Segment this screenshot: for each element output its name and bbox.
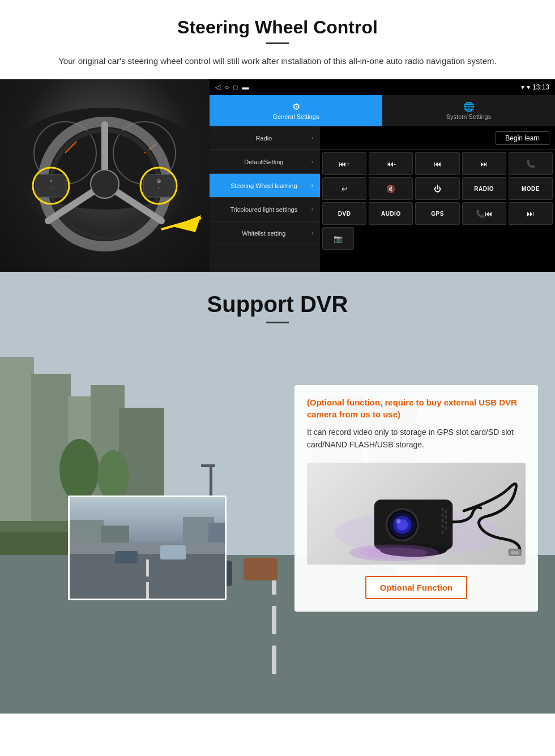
btn-next-track[interactable]: ⏭ (462, 152, 506, 175)
svg-rect-77 (445, 515, 447, 519)
btn-audio[interactable]: AUDIO (369, 202, 413, 225)
svg-rect-73 (442, 519, 444, 523)
tab-system-label: System Settings (446, 113, 491, 120)
menu-default-label: DefaultSetting (216, 159, 311, 165)
svg-rect-75 (442, 530, 444, 533)
begin-learn-row: Begin learn (320, 126, 555, 150)
dvr-title: Support DVR (11, 292, 544, 317)
tab-system-settings[interactable]: 🌐 System Settings (382, 95, 555, 126)
svg-rect-59 (160, 545, 186, 559)
svg-rect-78 (445, 521, 447, 524)
general-settings-icon: ⚙ (292, 101, 300, 112)
menu-radio-label: Radio (216, 135, 311, 142)
chevron-default: › (311, 159, 313, 165)
dvr-section: Support DVR (0, 272, 555, 714)
btn-prev-track[interactable]: ⏮ (415, 152, 459, 175)
signal-icon: ▾ (521, 83, 524, 91)
home-icon: ○ (225, 83, 229, 91)
btn-phone-next[interactable]: ⏭ (509, 202, 553, 225)
back-icon: ◁ (215, 83, 220, 91)
svg-rect-51 (70, 543, 227, 554)
btn-gps[interactable]: GPS (415, 202, 459, 225)
svg-rect-71 (442, 508, 444, 511)
dvr-divider (266, 322, 289, 323)
svg-text:+: + (50, 178, 53, 183)
svg-rect-58 (208, 523, 227, 543)
btn-hang-up[interactable]: ↩ (322, 177, 366, 200)
btn-vol-up[interactable]: ⏮+ (322, 152, 366, 175)
menu-controls-area: Radio › DefaultSetting › Steering Wheel … (210, 126, 555, 272)
svg-rect-79 (445, 527, 447, 530)
settings-tabs: ⚙ General Settings 🌐 System Settings (210, 95, 555, 126)
btn-vol-down[interactable]: ⏮- (369, 152, 413, 175)
dvr-description: It can record video only to storage in G… (307, 426, 526, 451)
svg-rect-74 (442, 525, 444, 528)
svg-rect-63 (511, 551, 519, 554)
btn-mute[interactable]: 🔇 (369, 177, 413, 200)
menu-item-tricoloured[interactable]: Tricoloured light settings › (210, 198, 320, 221)
svg-text:⋮: ⋮ (156, 186, 161, 191)
svg-rect-32 (272, 606, 276, 634)
android-panel: ◁ ○ □ ▬ ▾ ▾ 13:13 ⚙ General Settings 🌐 S… (210, 79, 555, 272)
menu-item-default-setting[interactable]: DefaultSetting › (210, 150, 320, 174)
svg-rect-53 (146, 582, 149, 599)
square-icon: □ (233, 83, 237, 91)
page-title: Steering Wheel Control (0, 0, 555, 42)
svg-rect-36 (244, 558, 278, 580)
chevron-whitelist: › (311, 230, 313, 236)
dvr-thumb-svg (70, 497, 227, 600)
svg-rect-56 (101, 526, 129, 543)
chevron-radio: › (311, 135, 313, 141)
btn-phone[interactable]: 📞 (509, 152, 553, 175)
status-bar: ◁ ○ □ ▬ ▾ ▾ 13:13 (210, 79, 555, 95)
wifi-icon: ▾ (527, 83, 530, 91)
menu-item-steering-wheel[interactable]: Steering Wheel learning › (210, 174, 320, 198)
svg-point-45 (59, 439, 99, 501)
section-subtitle: Your original car's steering wheel contr… (34, 54, 521, 68)
svg-rect-76 (445, 510, 447, 513)
svg-point-70 (396, 519, 400, 523)
optional-function-button[interactable]: Optional Function (365, 576, 467, 599)
btn-row-4: 📷 (322, 227, 553, 250)
svg-text:◎: ◎ (157, 178, 161, 183)
chevron-tricoloured: › (311, 206, 313, 212)
btn-mode[interactable]: MODE (509, 177, 553, 200)
btn-phone-prev[interactable]: 📞⏮ (462, 202, 506, 225)
btn-row-3: DVD AUDIO GPS 📞⏮ ⏭ (322, 202, 553, 225)
status-right-icons: ▾ ▾ 13:13 (521, 83, 549, 91)
dvr-camera-svg (307, 465, 526, 562)
btn-dvd[interactable]: DVD (322, 202, 366, 225)
steering-wheel-bg: + - ◎ ⋮ (0, 79, 210, 272)
time-display: 13:13 (532, 83, 549, 91)
btn-power[interactable]: ⏻ (415, 177, 459, 200)
chevron-steering: › (311, 182, 313, 189)
menu-list: Radio › DefaultSetting › Steering Wheel … (210, 126, 320, 272)
begin-learn-button[interactable]: Begin learn (496, 131, 549, 145)
tab-general-settings[interactable]: ⚙ General Settings (210, 95, 382, 126)
svg-rect-72 (442, 514, 444, 517)
menu-item-radio[interactable]: Radio › (210, 126, 320, 150)
control-buttons-grid: ⏮+ ⏮- ⏮ ⏭ 📞 ↩ 🔇 ⏻ RADIO MODE (320, 150, 555, 272)
svg-rect-33 (272, 646, 276, 674)
svg-rect-52 (146, 559, 149, 576)
steering-wheel-svg: + - ◎ ⋮ (3, 91, 207, 260)
dvr-camera-illustration (307, 463, 526, 565)
title-divider (266, 42, 289, 44)
svg-rect-60 (115, 551, 138, 563)
dvr-thumbnail (68, 496, 227, 600)
svg-point-47 (97, 450, 129, 501)
menu-steering-label: Steering Wheel learning (216, 182, 311, 189)
dvr-title-area: Support DVR (0, 272, 555, 332)
menu-item-whitelist[interactable]: Whitelist setting › (210, 221, 320, 245)
dvr-optional-text: (Optional function, require to buy exter… (307, 396, 526, 420)
svg-marker-19 (173, 215, 201, 232)
menu-whitelist-label: Whitelist setting (216, 230, 311, 237)
btn-camera[interactable]: 📷 (322, 227, 354, 250)
btn-row-2: ↩ 🔇 ⏻ RADIO MODE (322, 177, 553, 200)
tab-general-label: General Settings (273, 113, 319, 120)
btn-radio[interactable]: RADIO (462, 177, 506, 200)
menu-tricoloured-label: Tricoloured light settings (216, 206, 311, 213)
btn-row-1: ⏮+ ⏮- ⏮ ⏭ 📞 (322, 152, 553, 175)
controls-area: Begin learn ⏮+ ⏮- ⏮ ⏭ 📞 ↩ 🔇 ⏻ (320, 126, 555, 272)
svg-text:-: - (50, 186, 52, 191)
